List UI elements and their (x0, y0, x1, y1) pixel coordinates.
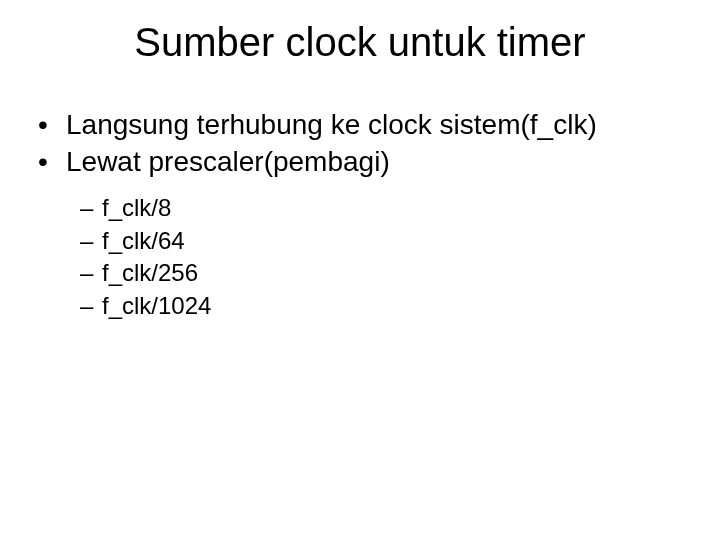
bullet-item: Lewat prescaler(pembagi) (38, 144, 720, 179)
sub-bullet-item: f_clk/8 (80, 193, 720, 224)
bullet-item: Langsung terhubung ke clock sistem(f_clk… (38, 107, 720, 142)
slide: Sumber clock untuk timer Langsung terhub… (0, 0, 720, 540)
sub-bullet-list: f_clk/8 f_clk/64 f_clk/256 f_clk/1024 (0, 193, 720, 322)
sub-bullet-item: f_clk/64 (80, 226, 720, 257)
slide-title: Sumber clock untuk timer (0, 20, 720, 65)
sub-bullet-item: f_clk/1024 (80, 291, 720, 322)
sub-bullet-item: f_clk/256 (80, 258, 720, 289)
bullet-list: Langsung terhubung ke clock sistem(f_clk… (0, 107, 720, 179)
